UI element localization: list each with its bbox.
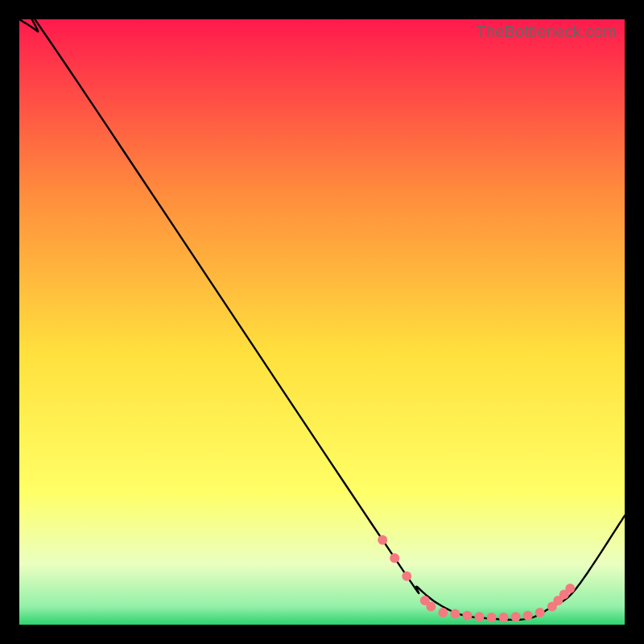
data-point bbox=[390, 553, 399, 563]
data-point bbox=[450, 609, 460, 619]
data-point bbox=[402, 572, 411, 581]
data-point bbox=[565, 584, 575, 593]
data-point bbox=[523, 611, 533, 621]
data-point bbox=[535, 608, 545, 617]
data-point bbox=[378, 535, 387, 545]
data-point bbox=[463, 611, 473, 621]
data-point bbox=[499, 613, 509, 622]
gradient-background bbox=[19, 19, 625, 625]
data-point bbox=[426, 601, 436, 611]
data-point bbox=[438, 608, 448, 617]
watermark-text: TheBottleneck.com bbox=[476, 23, 617, 41]
bottleneck-chart bbox=[19, 19, 625, 625]
data-point bbox=[487, 613, 497, 622]
chart-frame: TheBottleneck.com bbox=[19, 19, 625, 625]
data-point bbox=[475, 612, 485, 621]
data-point bbox=[511, 612, 521, 621]
